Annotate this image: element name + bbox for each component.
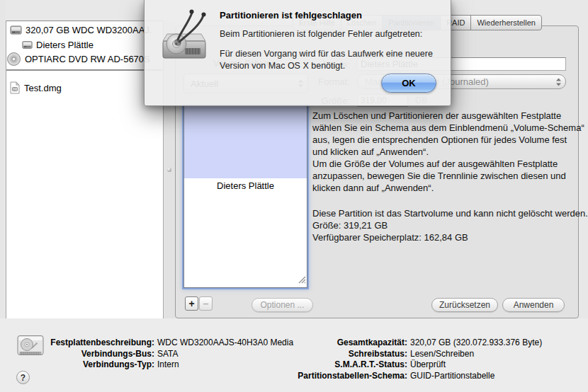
list-item-disk-image[interactable]: Test.dmg: [6, 81, 166, 95]
info-value: Lesen/Schreiben: [410, 349, 474, 360]
splitter-dimple-icon: [167, 168, 171, 172]
partition-volume-label: Dieters Plättle: [184, 180, 307, 191]
list-item-label: Test.dmg: [24, 83, 62, 93]
volume-icon: [22, 40, 33, 50]
reset-button[interactable]: Zurücksetzen: [431, 298, 498, 312]
help-button[interactable]: ?: [16, 371, 30, 384]
note-line: Diese Partition ist das Startvolume und …: [312, 207, 588, 219]
info-row: S.M.A.R.T.-Status:Überprüft: [234, 359, 542, 371]
device-list: 320,07 GB WDC WD3200AAJ. Dieters Plättle…: [6, 21, 164, 318]
disk-utility-stethoscope-icon: [159, 7, 210, 69]
partition-used-region[interactable]: [184, 106, 307, 178]
list-item-label: 320,07 GB WDC WD3200AAJ.: [26, 25, 152, 35]
disk-utility-window: 320,07 GB WDC WD3200AAJ. Dieters Plättle…: [0, 0, 588, 392]
partition-resize-handle[interactable]: [298, 274, 306, 287]
dialog-message: Beim Partitionieren ist folgender Fehler…: [220, 29, 422, 39]
dialog-title: Partitionieren ist fehlgeschlagen: [220, 10, 362, 21]
partition-map: Dieters Plättle: [183, 105, 307, 288]
info-label: Verbindungs-Typ:: [0, 359, 154, 371]
list-item-optical-drive[interactable]: OPTIARC DVD RW AD-5670S: [6, 52, 163, 66]
hard-disk-icon: [10, 24, 22, 36]
info-value: Intern: [157, 359, 179, 371]
instruction-paragraph: Um die Größe der Volumes auf der ausgewä…: [312, 158, 584, 194]
note-size-line: Größe: 319,21 GB: [312, 219, 588, 231]
note-free-space-line: Verfügbarer Speicherplatz: 162,84 GB: [312, 231, 588, 243]
optical-disc-icon: [6, 52, 21, 66]
info-value: Überprüft: [410, 359, 446, 371]
list-item-disk[interactable]: 320,07 GB WDC WD3200AAJ.: [6, 23, 166, 37]
info-label: Verbindungs-Bus:: [0, 349, 154, 360]
instruction-paragraph: Zum Löschen und Partitionieren der ausge…: [312, 110, 584, 158]
info-row: Schreibstatus:Lesen/Schreiben: [234, 349, 542, 360]
info-label: Festplattenbeschreibung:: [0, 338, 154, 349]
partition-note-text: Diese Partition ist das Startvolume und …: [312, 207, 588, 243]
ok-button[interactable]: OK: [381, 74, 436, 93]
add-partition-button[interactable]: +: [185, 296, 198, 311]
info-label: Partitionstabellen-Schema:: [234, 371, 407, 382]
info-label: Gesamtkapazität:: [234, 338, 407, 349]
list-divider: [6, 69, 164, 71]
info-row: Partitionstabellen-Schema:GUID-Partition…: [234, 371, 542, 382]
instruction-text: Zum Löschen und Partitionieren der ausge…: [312, 110, 584, 194]
list-item-label: Dieters Plättle: [36, 40, 94, 50]
stepper-arrows-icon: [555, 77, 562, 86]
options-button[interactable]: Optionen ...: [251, 298, 313, 312]
remove-partition-button[interactable]: –: [199, 296, 213, 311]
info-row: Gesamtkapazität:320,07 GB (320.072.933.3…: [234, 338, 542, 349]
info-value: GUID-Partitionstabelle: [410, 371, 494, 382]
disk-info-right: Gesamtkapazität:320,07 GB (320.072.933.3…: [234, 338, 542, 381]
dialog-detail: Für diesen Vorgang wird für das Laufwerk…: [220, 48, 441, 72]
info-value: 320,07 GB (320.072.933.376 Byte): [410, 338, 542, 349]
partition-failed-dialog: Partitionieren ist fehlgeschlagen Beim P…: [144, 0, 451, 106]
list-item-label: OPTIARC DVD RW AD-5670S: [25, 54, 150, 64]
window-left-margin: [0, 0, 6, 318]
info-label: Schreibstatus:: [234, 349, 407, 360]
info-value: SATA: [157, 349, 179, 360]
info-label: S.M.A.R.T.-Status:: [234, 359, 407, 371]
tab-wiederherstellen[interactable]: Wiederherstellen: [470, 15, 542, 30]
apply-button[interactable]: Anwenden: [502, 298, 565, 312]
disk-image-icon: [9, 81, 21, 94]
disk-info-pane: ? Festplattenbeschreibung:WDC WD3200AAJS…: [0, 318, 588, 392]
